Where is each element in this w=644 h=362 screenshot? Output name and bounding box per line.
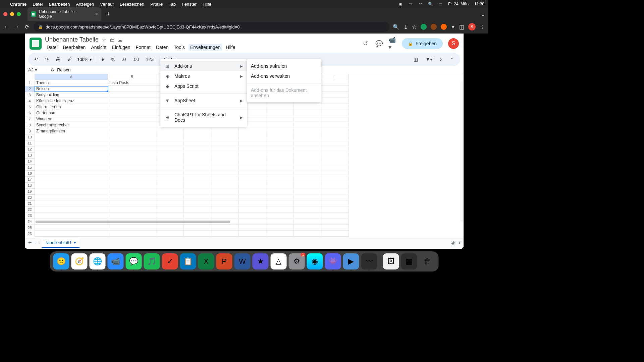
cell-F22[interactable]: [239, 207, 266, 213]
cell-I9[interactable]: [321, 128, 349, 134]
cell-E14[interactable]: [211, 159, 239, 164]
menu-ansicht[interactable]: Ansicht: [89, 44, 108, 51]
cell-A6[interactable]: Gartenbau: [35, 110, 108, 116]
row-header-26[interactable]: 26: [25, 231, 35, 237]
cell-G6[interactable]: [266, 110, 294, 116]
row-header-2[interactable]: 2: [25, 86, 35, 92]
cell-B17[interactable]: [108, 177, 156, 182]
row-header-24[interactable]: 24: [25, 219, 35, 225]
comments-icon[interactable]: 💬: [375, 40, 383, 48]
extension-2-icon[interactable]: [431, 24, 437, 30]
cell-B11[interactable]: [108, 140, 156, 146]
cell-G24[interactable]: [266, 219, 294, 225]
cell-A5[interactable]: Gitarre lernen: [35, 104, 108, 110]
cell-I7[interactable]: [321, 116, 349, 122]
cell-I6[interactable]: [321, 110, 349, 116]
cell-A10[interactable]: [35, 134, 108, 140]
cell-I25[interactable]: [321, 225, 349, 231]
cell-I16[interactable]: [321, 171, 349, 176]
cell-19[interactable]: [184, 189, 211, 194]
row-header-5[interactable]: 5: [25, 104, 35, 110]
column-header-I[interactable]: I: [321, 74, 349, 80]
close-window-icon[interactable]: [3, 12, 7, 16]
cell-14[interactable]: [156, 159, 184, 164]
cell-B12[interactable]: [108, 146, 156, 152]
cell-A25[interactable]: [35, 225, 108, 231]
cell-B6[interactable]: [108, 110, 156, 116]
undo-button[interactable]: ↶: [33, 56, 40, 63]
menubar-profile[interactable]: Profile: [150, 2, 163, 7]
cell-B3[interactable]: [108, 92, 156, 98]
cell-F9[interactable]: [239, 128, 266, 134]
cell-H17[interactable]: [294, 177, 321, 182]
cell-B21[interactable]: [108, 201, 156, 206]
sheet-tab-menu-icon[interactable]: ▾: [74, 240, 76, 245]
sheets-logo-icon[interactable]: [30, 38, 42, 50]
cell-I13[interactable]: [321, 153, 349, 158]
menu-item-add-ons[interactable]: ⊞ Add-ons ▶: [160, 61, 247, 71]
cell-G8[interactable]: [266, 122, 294, 128]
menu-datei[interactable]: Datei: [45, 44, 59, 51]
submenu-item-add-ons-verwalten[interactable]: Add-ons verwalten: [247, 71, 321, 81]
menu-erweiterungen[interactable]: Erweiterungen: [189, 44, 222, 51]
row-header-22[interactable]: 22: [25, 207, 35, 213]
cell-F12[interactable]: [239, 146, 266, 152]
menu-item-makros[interactable]: ◉ Makros ▶: [160, 71, 247, 81]
filter-button[interactable]: ▼▾: [424, 56, 434, 63]
decimal-decrease-button[interactable]: .0: [121, 56, 127, 63]
share-button[interactable]: Freigeben: [402, 38, 443, 49]
cell-A12[interactable]: [35, 146, 108, 152]
cell-I12[interactable]: [321, 146, 349, 152]
cell-I18[interactable]: [321, 183, 349, 188]
side-panel-toggle-icon[interactable]: ‹: [459, 240, 460, 246]
cell-G12[interactable]: [266, 146, 294, 152]
cell-E18[interactable]: [211, 183, 239, 188]
back-button[interactable]: ←: [3, 24, 10, 30]
cell-B8[interactable]: [108, 122, 156, 128]
cell-21[interactable]: [184, 201, 211, 206]
cell-F20[interactable]: [239, 195, 266, 200]
select-all-corner[interactable]: [25, 74, 35, 80]
cell-A4[interactable]: Künstliche Intelligenz: [35, 98, 108, 104]
forward-button[interactable]: →: [13, 24, 20, 30]
cell-B26[interactable]: [108, 231, 156, 237]
menubar-app-name[interactable]: Chrome: [10, 2, 26, 7]
menubar-lesezeichen[interactable]: Lesezeichen: [120, 2, 144, 7]
cell-E17[interactable]: [211, 177, 239, 182]
cell-22[interactable]: [184, 207, 211, 213]
dock-trello[interactable]: 📋: [180, 253, 196, 269]
cell-I19[interactable]: [321, 189, 349, 194]
cell-17[interactable]: [156, 177, 184, 182]
insert-chart-button[interactable]: ▥: [412, 56, 419, 63]
cell-A23[interactable]: [35, 213, 108, 219]
dock-todoist[interactable]: ✓: [162, 253, 178, 269]
cell-G14[interactable]: [266, 159, 294, 164]
cell-I17[interactable]: [321, 177, 349, 182]
browser-tab[interactable]: ▦ Unbenannte Tabelle - Google ×: [28, 7, 101, 21]
cell-B25[interactable]: [108, 225, 156, 231]
maximize-window-icon[interactable]: [17, 12, 21, 16]
cell-G7[interactable]: [266, 116, 294, 122]
dock-safari[interactable]: 🧭: [71, 253, 88, 269]
cell-G15[interactable]: [266, 165, 294, 170]
tab-overflow-icon[interactable]: ⌄: [481, 11, 485, 17]
cell-17[interactable]: [184, 177, 211, 182]
cell-I20[interactable]: [321, 195, 349, 200]
cell-G17[interactable]: [266, 177, 294, 182]
cell-H19[interactable]: [294, 189, 321, 194]
row-header-11[interactable]: 11: [25, 140, 35, 146]
sidepanel-icon[interactable]: ◫: [459, 24, 464, 30]
add-sheet-button[interactable]: +: [28, 239, 32, 246]
row-header-21[interactable]: 21: [25, 201, 35, 207]
row-header-7[interactable]: 7: [25, 116, 35, 122]
cell-H11[interactable]: [294, 140, 321, 146]
install-icon[interactable]: ⤓: [404, 24, 408, 30]
dock-discord[interactable]: 👾: [325, 253, 341, 269]
row-header-3[interactable]: 3: [25, 92, 35, 98]
cell-I10[interactable]: [321, 134, 349, 140]
address-bar[interactable]: 🔒 docs.google.com/spreadsheets/d/1ayofh0…: [34, 22, 389, 32]
dock-trash[interactable]: 🗑: [419, 253, 435, 269]
cell-9[interactable]: [184, 128, 211, 134]
menu-item-apps-script[interactable]: ◆ Apps Script: [160, 81, 247, 91]
bookmark-star-icon[interactable]: ☆: [412, 24, 417, 30]
